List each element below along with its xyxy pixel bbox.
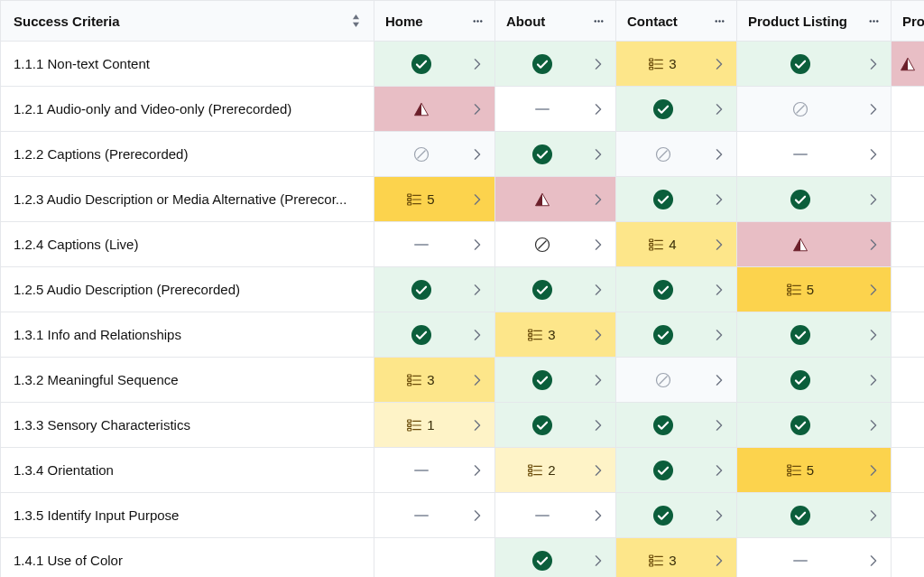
status-cell[interactable] <box>495 403 616 448</box>
status-cell[interactable] <box>892 222 924 267</box>
criteria-header[interactable]: Success Criteria <box>1 1 374 42</box>
status-cell[interactable] <box>737 493 892 538</box>
status-cell[interactable] <box>495 538 616 577</box>
criteria-row[interactable]: 1.2.1 Audio-only and Video-only (Prereco… <box>1 87 374 132</box>
chevron-right-icon[interactable] <box>467 420 487 431</box>
criteria-row[interactable]: 1.3.1 Info and Relationships <box>1 312 374 358</box>
status-cell[interactable] <box>737 177 892 222</box>
status-cell[interactable] <box>374 132 495 177</box>
chevron-right-icon[interactable] <box>709 194 729 205</box>
chevron-right-icon[interactable] <box>709 420 729 431</box>
chevron-right-icon[interactable] <box>588 194 608 205</box>
criteria-row[interactable]: 1.3.2 Meaningful Sequence <box>1 358 374 403</box>
status-cell[interactable] <box>495 222 616 267</box>
chevron-right-icon[interactable] <box>864 420 883 431</box>
criteria-row[interactable]: 1.2.5 Audio Description (Prerecorded) <box>1 267 374 312</box>
status-cell[interactable] <box>616 87 737 132</box>
status-cell[interactable]: 5 <box>374 177 495 222</box>
criteria-row[interactable]: 1.2.3 Audio Description or Media Alterna… <box>1 177 374 222</box>
status-cell[interactable] <box>616 493 737 538</box>
chevron-right-icon[interactable] <box>864 149 883 160</box>
chevron-right-icon[interactable] <box>588 555 608 566</box>
criteria-row[interactable]: 1.3.5 Identify Input Purpose <box>1 493 374 538</box>
status-cell[interactable] <box>374 42 495 87</box>
status-cell[interactable] <box>892 132 924 177</box>
status-cell[interactable] <box>737 132 892 177</box>
chevron-right-icon[interactable] <box>709 465 729 476</box>
chevron-right-icon[interactable] <box>864 104 883 115</box>
chevron-right-icon[interactable] <box>467 330 487 340</box>
chevron-right-icon[interactable] <box>864 555 883 566</box>
criteria-row[interactable]: 1.2.2 Captions (Prerecorded) <box>1 132 374 177</box>
status-cell[interactable]: 3 <box>616 42 737 87</box>
status-cell[interactable] <box>737 222 892 267</box>
chevron-right-icon[interactable] <box>709 510 729 521</box>
status-cell[interactable] <box>495 87 616 132</box>
chevron-right-icon[interactable] <box>709 330 729 340</box>
sort-icon[interactable] <box>351 14 361 28</box>
status-cell[interactable]: 2 <box>495 448 616 493</box>
more-icon[interactable] <box>868 20 880 23</box>
status-cell[interactable]: 5 <box>737 267 892 312</box>
chevron-right-icon[interactable] <box>709 239 729 250</box>
chevron-right-icon[interactable] <box>588 149 608 160</box>
status-cell[interactable] <box>616 448 737 493</box>
column-header[interactable]: Contact <box>616 1 737 42</box>
chevron-right-icon[interactable] <box>588 284 608 295</box>
chevron-right-icon[interactable] <box>588 330 608 340</box>
chevron-right-icon[interactable] <box>467 465 487 476</box>
chevron-right-icon[interactable] <box>709 555 729 566</box>
column-header[interactable]: Produ <box>892 1 924 42</box>
status-cell[interactable]: 4 <box>616 222 737 267</box>
status-cell[interactable]: 1 <box>374 403 495 448</box>
status-cell[interactable] <box>374 312 495 358</box>
column-header[interactable]: About <box>495 1 616 42</box>
chevron-right-icon[interactable] <box>864 284 883 295</box>
chevron-right-icon[interactable] <box>864 465 883 476</box>
chevron-right-icon[interactable] <box>864 239 883 250</box>
status-cell[interactable] <box>616 177 737 222</box>
status-cell[interactable] <box>495 493 616 538</box>
chevron-right-icon[interactable] <box>864 510 883 521</box>
status-cell[interactable] <box>374 538 495 577</box>
more-icon[interactable] <box>714 20 725 23</box>
chevron-right-icon[interactable] <box>588 420 608 431</box>
chevron-right-icon[interactable] <box>467 149 487 160</box>
chevron-right-icon[interactable] <box>709 59 729 70</box>
chevron-right-icon[interactable] <box>864 375 883 386</box>
chevron-right-icon[interactable] <box>709 104 729 115</box>
status-cell[interactable] <box>737 312 892 358</box>
chevron-right-icon[interactable] <box>709 284 729 295</box>
chevron-right-icon[interactable] <box>588 465 608 476</box>
status-cell[interactable] <box>892 358 924 403</box>
status-cell[interactable] <box>737 358 892 403</box>
chevron-right-icon[interactable] <box>709 375 729 386</box>
chevron-right-icon[interactable] <box>588 104 608 115</box>
status-cell[interactable] <box>737 42 892 87</box>
status-cell[interactable] <box>616 132 737 177</box>
chevron-right-icon[interactable] <box>467 239 487 250</box>
status-cell[interactable] <box>495 42 616 87</box>
status-cell[interactable] <box>495 267 616 312</box>
chevron-right-icon[interactable] <box>864 194 883 205</box>
more-icon[interactable] <box>593 20 605 23</box>
criteria-row[interactable]: 1.3.3 Sensory Characteristics <box>1 403 374 448</box>
chevron-right-icon[interactable] <box>467 59 487 70</box>
chevron-right-icon[interactable] <box>467 104 487 115</box>
status-cell[interactable] <box>374 222 495 267</box>
chevron-right-icon[interactable] <box>588 375 608 386</box>
status-cell[interactable] <box>495 132 616 177</box>
status-cell[interactable] <box>892 177 924 222</box>
status-cell[interactable] <box>374 493 495 538</box>
criteria-row[interactable]: 1.1.1 Non-text Content <box>1 42 374 87</box>
status-cell[interactable] <box>892 403 924 448</box>
chevron-right-icon[interactable] <box>864 59 883 70</box>
status-cell[interactable] <box>892 448 924 493</box>
criteria-row[interactable]: 1.2.4 Captions (Live) <box>1 222 374 267</box>
status-cell[interactable] <box>495 177 616 222</box>
status-cell[interactable]: 3 <box>374 358 495 403</box>
status-cell[interactable] <box>374 448 495 493</box>
status-cell[interactable] <box>892 312 924 358</box>
status-cell[interactable] <box>892 493 924 538</box>
chevron-right-icon[interactable] <box>467 375 487 386</box>
